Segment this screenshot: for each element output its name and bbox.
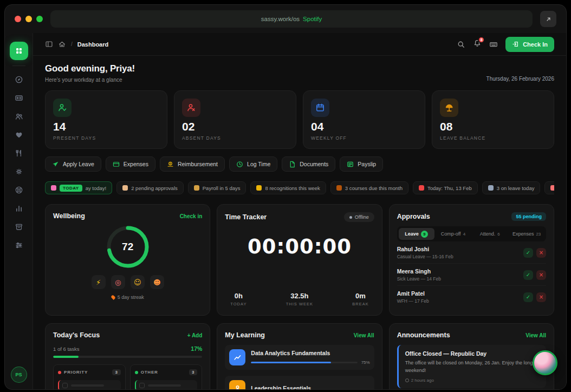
mood-row: ⚡ ◎ ☺ ☻ [53,275,202,289]
stat-card-present-days[interactable]: 14 PRESENT DAYS [45,90,167,149]
compass-icon[interactable] [15,75,23,84]
cash-icon [167,161,174,168]
approve-button[interactable]: ✓ [523,292,533,302]
tracker-status-pill[interactable]: Offline [344,212,374,222]
ticker-chip-today-date[interactable]: Today: Thu, 13 Feb [413,181,478,194]
stat-card-absent-days[interactable]: 02 ABSENT DAYS [174,90,296,149]
task-item[interactable] [135,380,198,389]
stat-label: LEAVE BALANCE [440,135,546,141]
time-tracker-card: Time Tracker Offline 00:00:00 0h [217,204,382,316]
address-bar[interactable]: sassy.work/os Spotify [50,10,533,28]
offline-dot-icon [349,216,352,219]
request-detail: Casual Leave — 15-16 Feb [397,254,453,259]
user-avatar[interactable]: PS [11,367,27,383]
sidebar-item-dashboard[interactable] [10,42,28,60]
ticker-chip-sprint[interactable]: Sprint Review at 11 AM [544,181,554,194]
mood-yum-button[interactable]: ☻ [150,275,164,289]
reject-button[interactable]: × [536,270,546,280]
add-task-button[interactable]: + Add [187,332,203,338]
reports-icon[interactable] [15,204,23,213]
books-icon [336,185,342,191]
course-item[interactable]: Data Analytics Fundamentals 75% [225,345,374,370]
ticker-chip-recognitions[interactable]: 8 recognitions this week [250,181,326,194]
tab-expenses[interactable]: Expenses 23 [509,228,544,240]
page-subtitle: Here's your workday at a glance [45,77,135,83]
home-icon[interactable] [58,40,66,48]
announcement-item[interactable]: Office Closed — Republic Day The office … [397,345,546,388]
task-text-placeholder [148,384,181,387]
stat-today-label: TODAY [230,302,246,306]
page-header: / Dashboard 8 Check In [33,33,566,56]
sidebar-toggle-icon[interactable] [45,40,53,48]
ticker-chip-courses[interactable]: 3 courses due this month [330,181,408,194]
calendar-icon [311,99,329,117]
search-icon[interactable] [457,40,465,49]
reject-button[interactable]: × [536,292,546,302]
tab-leave[interactable]: Leave 9 [399,228,434,240]
support-icon[interactable] [15,186,23,194]
documents-button[interactable]: Documents [282,156,335,172]
stat-break-label: BREAK [352,302,368,306]
settings-gear-icon[interactable] [15,167,23,176]
open-external-button[interactable] [540,11,556,27]
ticker-chip-on-leave[interactable]: 3 on leave today [482,181,541,194]
log-time-button[interactable]: Log Time [229,156,277,172]
course-name: Leadership Essentials [251,385,369,389]
sidebar-divider [12,66,25,66]
approve-button[interactable]: ✓ [523,248,533,258]
requester-name: Meera Singh [397,268,441,275]
leave-count-badge: 9 [421,231,428,238]
apply-leave-button[interactable]: Apply Leave [45,156,101,172]
calendar-icon [419,185,424,191]
user-check-icon [53,99,72,117]
meals-icon[interactable] [15,149,23,158]
clock-icon [405,378,409,382]
stat-value: 14 [53,120,159,133]
team-icon[interactable] [15,112,23,121]
stat-card-leave-balance[interactable]: 08 LEAVE BALANCE [432,90,554,149]
streak-row: 5 day streak [53,295,202,300]
course-item[interactable]: Leadership Essentials [225,376,374,389]
announcements-view-all-link[interactable]: View All [525,332,546,338]
todays-focus-card: Today's Focus + Add 1 of 6 tasks 17% [45,323,210,389]
card-icon [113,161,120,168]
learning-view-all-link[interactable]: View All [354,332,374,338]
tab-comp-off[interactable]: Comp-off 4 [436,228,471,240]
mood-happy-button[interactable]: ☺ [131,275,145,289]
zoom-window-button[interactable] [36,16,43,22]
assistant-avatar[interactable] [533,350,557,375]
id-card-icon[interactable] [15,94,23,102]
wellbeing-check-in-link[interactable]: Check in [180,213,203,219]
storage-icon[interactable] [15,223,23,231]
minimize-window-button[interactable] [25,16,32,22]
task-item[interactable] [58,380,121,389]
tab-attendance[interactable]: Attend. 6 [472,228,508,240]
mood-target-button[interactable]: ◎ [111,275,125,289]
payslip-button[interactable]: Payslip [340,156,383,172]
priority-dot-icon [58,371,61,374]
close-window-button[interactable] [15,16,21,22]
notifications-button[interactable]: 8 [473,39,482,50]
reject-button[interactable]: × [536,248,546,258]
ticker-chip-birthday[interactable]: TODAY ay today! [45,181,112,194]
money-icon [194,185,199,191]
ticker-chip-approvals[interactable]: 2 pending approvals [116,181,184,194]
people-icon [488,185,494,191]
stat-card-weekly-off[interactable]: 04 WEEKLY OFF [303,90,425,149]
mood-energy-button[interactable]: ⚡ [92,275,106,289]
heart-icon[interactable] [15,130,23,139]
stat-week-value: 32.5h [286,292,313,300]
expenses-button[interactable]: Expenses [106,156,155,172]
task-checkbox[interactable] [139,383,145,388]
check-in-button[interactable]: Check In [505,37,554,52]
keyboard-shortcuts-icon[interactable] [489,40,498,49]
task-checkbox[interactable] [62,383,68,388]
announcement-timestamp: 2 hours ago [411,378,434,383]
approve-button[interactable]: ✓ [523,270,533,280]
request-detail: Sick Leave — 14 Feb [397,276,441,282]
hand-icon [122,185,128,191]
url-site: sassy.work/os [261,16,300,22]
ticker-chip-payroll[interactable]: Payroll in 5 days [188,181,246,194]
preferences-sliders-icon[interactable] [15,241,23,250]
reimbursement-button[interactable]: Reimbursement [160,156,225,172]
